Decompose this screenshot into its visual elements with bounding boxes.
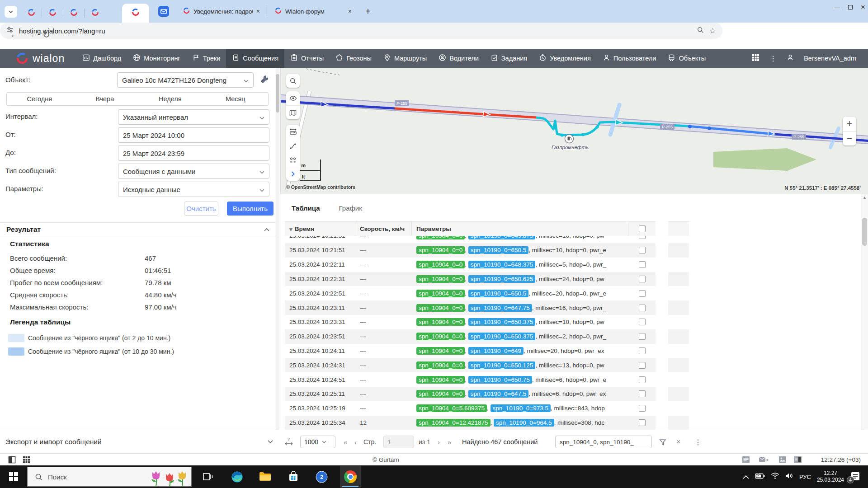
row-checkbox[interactable] (639, 305, 646, 311)
reload-icon[interactable]: ↻ (42, 29, 50, 40)
object-select[interactable]: Galileo 10c M472TH126 Dongfeng (117, 72, 254, 88)
table-row[interactable]: 25.03.2024 10:24:31---spn_10904_0=0, spn… (285, 358, 656, 372)
page-size-select[interactable]: 1000 (300, 436, 335, 448)
minimize-icon[interactable]: — (834, 4, 840, 11)
app-2gis-icon[interactable]: 2 (315, 470, 328, 483)
file-explorer-icon[interactable] (259, 470, 271, 483)
param-chip-blue[interactable]: spn_10190_0=650.75 (468, 376, 532, 384)
field-select[interactable]: Указанный интервал (118, 109, 269, 125)
table-row[interactable]: 25.03.2024 10:22:11---spn_10904_0=0, spn… (285, 258, 656, 272)
row-checkbox[interactable] (639, 261, 646, 268)
fit-columns-icon[interactable]: ? (284, 436, 294, 448)
column-time[interactable]: ▾ Время (285, 222, 355, 236)
chrome-icon[interactable] (344, 470, 357, 483)
battery-icon[interactable] (755, 473, 765, 481)
param-chip-green[interactable]: spn_10904_0=0 (416, 246, 465, 254)
range-button[interactable]: Неделя (137, 95, 203, 103)
browser-tab-forum[interactable]: Wialon форум × (270, 4, 356, 19)
table-row[interactable]: 25.03.2024 10:25:3412spn_10904_0=12.4218… (285, 416, 656, 430)
range-button[interactable]: Сегодня (7, 95, 72, 103)
wifi-icon[interactable] (771, 473, 779, 481)
param-chip-blue[interactable]: spn_10190_0=650.125 (468, 361, 536, 369)
task-view-icon[interactable] (202, 470, 214, 483)
log-icon[interactable] (742, 456, 750, 465)
export-import-section[interactable]: Экспорт и импорт сообщений (0, 430, 280, 453)
page-input[interactable]: 1 (383, 436, 414, 448)
layout-icon[interactable] (794, 456, 802, 465)
keyboard-language[interactable]: РУС (799, 474, 811, 480)
clear-filter-icon[interactable]: × (676, 436, 680, 448)
table-row[interactable]: 25.03.2024 10:22:31---spn_10904_0=0, spn… (285, 272, 656, 286)
table-row[interactable]: 25.03.2024 10:24:11---spn_10904_0=0, spn… (285, 344, 656, 358)
pinned-tab-wialon[interactable] (21, 5, 42, 21)
nav-item-monitoring[interactable]: Мониторинг (127, 49, 186, 68)
param-chip-green[interactable]: spn_10904_0=5.609375 (416, 404, 487, 412)
start-button-icon[interactable] (7, 470, 20, 483)
scrollbar-thumb[interactable] (862, 218, 867, 246)
back-icon[interactable]: ← (10, 29, 19, 40)
wrench-icon[interactable] (260, 75, 269, 86)
expand-tools-chevron-icon[interactable] (286, 167, 300, 181)
nav-item-messages[interactable]: Сообщения (226, 49, 284, 68)
url-text[interactable]: hosting.wialon.com/?lang=ru (19, 27, 691, 35)
map[interactable]: Р-255 Р-255 Р-255 Газпромнефть 00 m ft (280, 68, 868, 194)
field-select[interactable]: Исходные данные (118, 182, 269, 197)
tab-close-icon[interactable]: × (348, 8, 352, 15)
param-chip-green[interactable]: spn_10904_0=0 (416, 275, 465, 283)
param-chip-blue[interactable]: spn_10190_0=649.875 (468, 236, 536, 239)
params-filter-input[interactable]: spn_10904_0, spn_10190_ (555, 436, 652, 448)
tab-table[interactable]: Таблица (292, 204, 320, 212)
measure-ruler-icon[interactable] (286, 125, 300, 139)
row-checkbox[interactable] (639, 319, 646, 325)
tray-expand-icon[interactable] (743, 473, 749, 481)
param-chip-blue[interactable]: spn_10190_0=647.75 (468, 304, 532, 312)
row-checkbox[interactable] (639, 347, 646, 354)
sidebar-scrollbar[interactable] (276, 68, 279, 430)
param-chip-blue[interactable]: spn_10190_0=650.625 (468, 275, 536, 283)
select-all-checkbox[interactable] (639, 225, 646, 232)
param-chip-green[interactable]: spn_10904_0=0 (416, 376, 465, 384)
row-checkbox[interactable] (639, 276, 646, 282)
param-chip-green[interactable]: spn_10904_0=0 (416, 236, 465, 239)
image-icon[interactable] (778, 456, 787, 465)
zoom-in-button[interactable]: + (843, 117, 856, 131)
param-chip-blue[interactable]: spn_10190_0=648.375 (468, 261, 536, 268)
param-chip-blue[interactable]: spn_10190_0=650.375 (468, 333, 536, 340)
range-button[interactable]: Вчера (72, 95, 138, 103)
user-icon[interactable] (787, 54, 794, 63)
new-tab-button[interactable]: + (365, 6, 371, 17)
edge-icon[interactable] (231, 470, 243, 483)
prev-page-button[interactable]: ‹ (354, 436, 357, 448)
maximize-icon[interactable] (848, 5, 853, 9)
forward-icon[interactable]: → (26, 29, 35, 40)
zoom-out-button[interactable]: − (843, 131, 856, 145)
param-chip-blue[interactable]: spn_10190_0=650.5 (468, 290, 529, 297)
apps-grid-icon[interactable] (23, 456, 30, 465)
pinned-tab-wialon[interactable] (42, 5, 63, 21)
nav-item-units[interactable]: Объекты (662, 49, 712, 68)
mail-sync-icon[interactable] (759, 456, 769, 465)
pinned-tab-wialon[interactable] (85, 5, 105, 21)
field-select[interactable]: Сообщения с данными (118, 164, 269, 179)
tab-chart[interactable]: График (339, 204, 362, 212)
nav-item-dashboard[interactable]: Дашборд (76, 49, 127, 68)
field-input[interactable]: 25 Март 2024 10:00 (118, 127, 269, 143)
pinned-tab-wialon[interactable] (63, 5, 84, 21)
apps-grid-icon[interactable] (752, 54, 760, 63)
row-checkbox[interactable] (639, 247, 646, 253)
param-chip-blue[interactable]: spn_10190_0=964.5 (494, 419, 554, 427)
address-bar[interactable]: hosting.wialon.com/?lang=ru ☆ (0, 23, 722, 39)
param-chip-blue[interactable]: spn_10190_0=649 (468, 347, 524, 355)
param-chip-blue[interactable]: spn_10190_0=650.5 (468, 246, 529, 254)
copyright[interactable]: © Gurtam (373, 456, 399, 463)
row-checkbox[interactable] (639, 390, 646, 397)
collapse-panel-icon[interactable] (8, 456, 16, 465)
row-checkbox[interactable] (639, 419, 646, 426)
zoom-icon[interactable] (697, 26, 704, 35)
table-row[interactable]: 25.03.2024 10:25:11---spn_10904_0=0, spn… (285, 387, 656, 401)
table-row[interactable]: 25.03.2024 10:25:19---spn_10904_0=5.6093… (285, 401, 656, 416)
param-chip-blue[interactable]: spn_10190_0=647.5 (468, 390, 529, 398)
param-chip-green[interactable]: spn_10904_0=0 (416, 261, 465, 268)
table-scrollbar[interactable]: ▲ (861, 194, 868, 430)
table-row[interactable]: 25.03.2024 10:21:51---spn_10904_0=0, spn… (285, 243, 656, 258)
